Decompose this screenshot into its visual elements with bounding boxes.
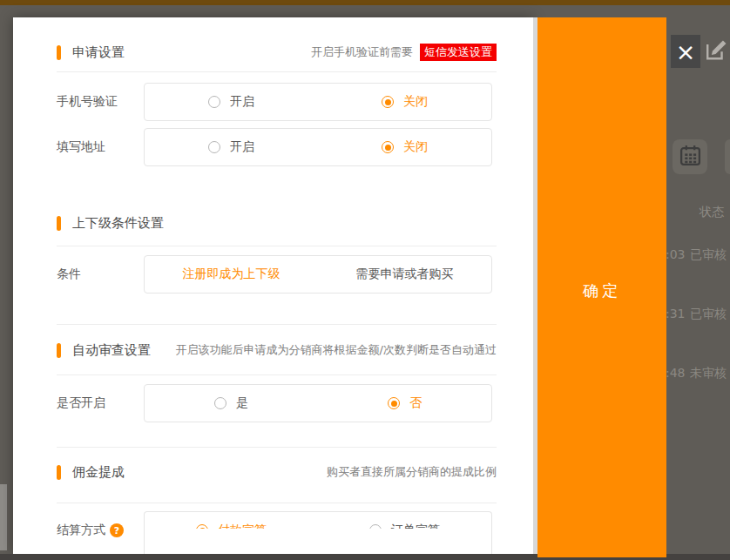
note-text: 开启该功能后申请成为分销商将根据金额/次数判断是否自动通过 [176, 342, 497, 358]
setting-row-phone-verification: 手机号验证 开启 关闭 [57, 83, 497, 121]
row-status: 未审核 [690, 366, 727, 381]
radio-order-settle[interactable] [369, 524, 382, 529]
edit-icon [704, 36, 728, 67]
radio-no[interactable] [388, 397, 400, 409]
option-pay-settle[interactable]: 付款完算 [145, 523, 318, 529]
row-label: 是否开启 [57, 395, 144, 411]
sms-settings-link[interactable]: 短信发送设置 [420, 44, 497, 61]
section-note: 购买者直接所属分销商的提成比例 [327, 464, 497, 480]
option-order-settle[interactable]: 订单完算 [318, 523, 491, 529]
row-status: 已审核 [690, 307, 727, 322]
status-column-header: 状态 [700, 205, 724, 220]
section-auto-review: 自动审查设置 开启该功能后申请成为分销商将根据金额/次数判断是否自动通过 [57, 341, 497, 359]
radio-disable[interactable] [382, 141, 394, 153]
option-group: 开启 关闭 [144, 128, 492, 166]
radio-enable[interactable] [208, 141, 220, 153]
option-no[interactable]: 否 [318, 395, 491, 411]
row-time: :48 [666, 366, 686, 380]
background-fragment [0, 484, 7, 550]
option-yes[interactable]: 是 [145, 395, 318, 411]
divider [57, 246, 497, 246]
option-label[interactable]: 关闭 [403, 94, 428, 110]
option-register-becomes-hierarchy[interactable]: 注册即成为上下级 [145, 267, 318, 282]
divider [57, 374, 497, 375]
option-group: 注册即成为上下级 需要申请或者购买 [144, 255, 492, 293]
section-title: 佣金提成 [72, 464, 125, 481]
option-label[interactable]: 关闭 [403, 139, 428, 155]
note-text: 购买者直接所属分销商的提成比例 [327, 464, 497, 480]
row-label: 条件 [57, 267, 144, 282]
divider [57, 324, 497, 325]
option-enable[interactable]: 开启 [145, 139, 318, 155]
setting-row-address: 填写地址 开启 关闭 [57, 128, 497, 166]
divider [57, 447, 497, 448]
option-label[interactable]: 注册即成为上下级 [183, 267, 281, 282]
section-title: 申请设置 [72, 44, 125, 61]
calendar-button [673, 139, 707, 174]
section-marker [57, 216, 61, 231]
row-label: 手机号验证 [57, 94, 144, 110]
partial-button [725, 139, 730, 174]
option-label[interactable]: 否 [409, 395, 422, 411]
confirm-button[interactable]: 确定 [537, 17, 666, 557]
settings-modal: 申请设置 开启手机验证前需要 短信发送设置 手机号验证 开启 关闭 [13, 17, 533, 554]
row-label: 填写地址 [57, 139, 144, 155]
section-marker [57, 465, 61, 480]
row-label-text: 结算方式 [57, 523, 105, 538]
section-commission: 佣金提成 购买者直接所属分销商的提成比例 [57, 463, 497, 481]
section-note: 开启该功能后申请成为分销商将根据金额/次数判断是否自动通过 [176, 342, 497, 358]
calendar-icon [679, 144, 702, 171]
option-apply-or-purchase[interactable]: 需要申请或者购买 [318, 267, 491, 282]
row-status: 已审核 [690, 247, 727, 263]
option-group: 开启 关闭 [144, 83, 492, 121]
setting-row-auto-review-enabled: 是否开启 是 否 [57, 384, 497, 422]
option-group: 是 否 [144, 384, 492, 422]
row-time: :03 [666, 247, 686, 261]
radio-pay-settle[interactable] [196, 524, 208, 529]
divider [57, 71, 497, 72]
note-text: 开启手机验证前需要 [311, 44, 413, 60]
page-header-strip [0, 0, 730, 5]
option-enable[interactable]: 开启 [145, 94, 318, 110]
section-title: 上下级条件设置 [72, 215, 164, 232]
setting-row-condition: 条件 注册即成为上下级 需要申请或者购买 [57, 255, 497, 293]
row-label: 结算方式 ? [57, 523, 144, 538]
option-group: 付款完算 订单完算 [144, 511, 492, 554]
radio-yes[interactable] [214, 397, 226, 409]
option-disable[interactable]: 关闭 [318, 94, 491, 110]
option-disable[interactable]: 关闭 [318, 139, 491, 155]
section-marker [57, 343, 61, 358]
section-application-settings: 申请设置 开启手机验证前需要 短信发送设置 [57, 44, 497, 61]
radio-enable[interactable] [208, 96, 220, 108]
section-marker [57, 45, 61, 60]
confirm-label: 确定 [583, 280, 621, 557]
option-label[interactable]: 订单完算 [391, 523, 440, 529]
help-icon[interactable]: ? [110, 523, 124, 537]
option-label[interactable]: 付款完算 [218, 523, 267, 529]
section-hierarchy-condition: 上下级条件设置 [57, 214, 497, 232]
radio-disable[interactable] [382, 96, 394, 108]
option-label[interactable]: 开启 [230, 94, 254, 110]
row-time: :31 [666, 307, 686, 320]
close-button[interactable]: × [671, 35, 700, 68]
divider [57, 503, 497, 503]
section-title: 自动审查设置 [72, 342, 151, 359]
close-icon: × [676, 40, 696, 64]
option-label[interactable]: 开启 [230, 139, 254, 155]
distribution-settings-page: 状态 :03 已审核 :31 已审核 :48 未审核 × 申请设置 开启手机验证… [0, 0, 730, 560]
option-label[interactable]: 是 [236, 395, 248, 411]
setting-row-settlement-method: 结算方式 ? 付款完算 订单完算 [57, 511, 497, 554]
option-label[interactable]: 需要申请或者购买 [356, 267, 454, 282]
section-note: 开启手机验证前需要 短信发送设置 [311, 44, 497, 61]
